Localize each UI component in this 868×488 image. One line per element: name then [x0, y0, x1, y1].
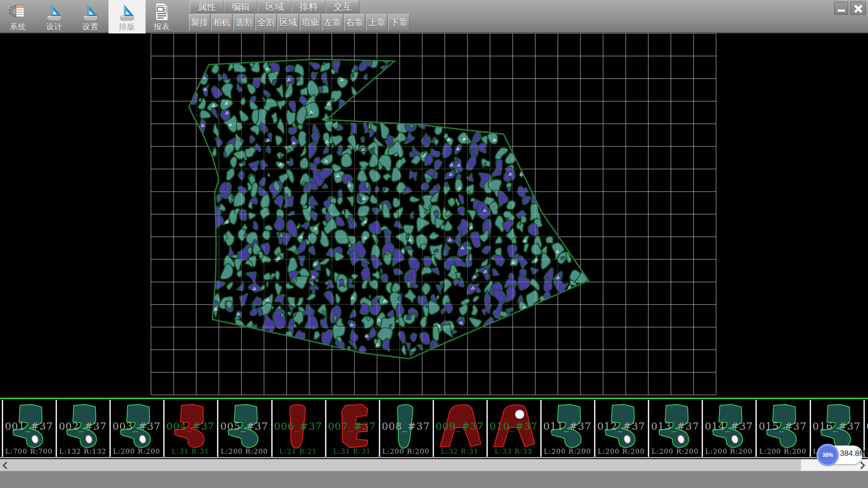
- ribbon-button-4[interactable]: 排版: [108, 0, 146, 33]
- piece-id-label: 008_#37: [380, 421, 432, 432]
- piece-thumbnail[interactable]: 004_#37L:31 R:31: [163, 400, 216, 457]
- app-window: 系统设计设置排版报表 属性编辑区域排料交互 聚排相机选割全割区域瑕疵左靠右靠上靠…: [0, 0, 868, 488]
- piece-lr-label: L:31 R:31: [165, 447, 216, 455]
- piece-id-label: 007_#37: [326, 421, 378, 432]
- piece-thumbnail[interactable]: 012_#37L:200 R:200: [594, 400, 647, 457]
- status-bar: [0, 471, 868, 488]
- piece-lr-label: L:200 R:200: [703, 447, 755, 455]
- piece-thumbnail[interactable]: 015_#37L:200 R:200: [755, 400, 808, 457]
- piece-thumbnail[interactable]: 003_#37L:200 R:200: [109, 400, 162, 457]
- ribbon-button-label: 排版: [119, 22, 135, 32]
- piece-id-label: 012_#37: [595, 421, 647, 432]
- piece-thumbnail-strip: 001_#37L:700 R:700002_#37L:132 R:132003_…: [0, 398, 868, 458]
- piece-id-label: 004_#37: [165, 421, 216, 432]
- menu-item-2[interactable]: 编辑: [224, 0, 258, 13]
- piece-thumbnail[interactable]: 007_#37L:31 R:31: [325, 400, 378, 457]
- tool-item-8[interactable]: 右靠: [344, 14, 365, 31]
- piece-lr-label: L:700 R:700: [3, 447, 55, 455]
- piece-thumbnail[interactable]: 006_#37L:21 R:21: [271, 400, 324, 457]
- piece-id-label: 013_#37: [649, 421, 701, 432]
- memory-percent: 38%: [822, 452, 833, 458]
- piece-lr-label: L:200 R:200: [542, 447, 593, 455]
- piece-id-label: 017_#37: [865, 421, 868, 432]
- set-square-icon: [117, 1, 137, 22]
- piece-thumbnail[interactable]: 002_#37L:132 R:132: [56, 400, 108, 457]
- piece-thumbnail[interactable]: 005_#37L:200 R:200: [217, 400, 270, 457]
- tool-item-5[interactable]: 区域: [278, 14, 299, 31]
- piece-id-label: 003_#37: [111, 421, 162, 432]
- ribbon-button-2[interactable]: 设计: [38, 0, 71, 33]
- piece-id-label: 009_#37: [434, 421, 486, 432]
- piece-lr-label: L:33 R:33: [488, 447, 539, 455]
- tool-item-4[interactable]: 全割: [255, 14, 277, 31]
- piece-lr-label: L:21 R:21: [273, 447, 324, 455]
- piece-id-label: 015_#37: [757, 421, 808, 432]
- memory-usage-badge: 38% 384.8M: [818, 445, 863, 465]
- tool-item-7[interactable]: 左靠: [322, 14, 343, 31]
- ribbon-button-3[interactable]: 设置: [74, 0, 107, 33]
- piece-id-label: 005_#37: [218, 421, 270, 432]
- memory-percent-gauge: 38%: [816, 444, 839, 466]
- tool-item-6[interactable]: 瑕疵: [300, 14, 321, 31]
- tool-item-3[interactable]: 选割: [233, 14, 255, 31]
- ribbon-button-label: 设置: [82, 22, 99, 32]
- piece-lr-label: L:132 R:132: [57, 447, 108, 455]
- ribbon-button-1[interactable]: 系统: [1, 0, 35, 33]
- ribbon-button-label: 报表: [154, 22, 170, 32]
- piece-lr-label: L:31 R:31: [326, 447, 378, 455]
- piece-thumbnail[interactable]: 011_#37L:200 R:200: [540, 400, 593, 457]
- minimize-button[interactable]: [834, 2, 848, 15]
- piece-lr-label: L:200 R:200: [595, 447, 647, 455]
- piece-lr-label: L:200 R:200: [111, 447, 162, 455]
- menu-item-5[interactable]: 交互: [326, 0, 359, 13]
- ribbon-button-5[interactable]: 报表: [146, 0, 178, 33]
- close-button[interactable]: [850, 2, 866, 15]
- piece-thumbnail[interactable]: 013_#37L:200 R:200: [648, 400, 701, 457]
- menu-row-main: 属性编辑区域排料交互: [190, 0, 359, 13]
- canvas-svg: [0, 33, 868, 398]
- piece-thumbnail[interactable]: 010_#37L:33 R:33: [486, 400, 539, 457]
- piece-id-label: 001_#37: [3, 421, 55, 432]
- ribbon-button-label: 设计: [46, 22, 62, 32]
- set-square-icon: [80, 1, 100, 22]
- menu-row-tools: 聚排相机选割全割区域瑕疵左靠右靠上靠下靠: [189, 14, 410, 31]
- nesting-canvas[interactable]: [0, 33, 868, 398]
- scrollbar-thumb[interactable]: [0, 459, 801, 471]
- piece-id-label: 010_#37: [488, 421, 539, 432]
- piece-lr-label: L:200 R:200: [757, 447, 808, 455]
- tool-item-10[interactable]: 下靠: [388, 14, 410, 31]
- minimize-icon: [838, 9, 845, 12]
- piece-thumbnail[interactable]: 017_#37L:200 R:200: [863, 400, 868, 457]
- ribbon-button-label: 系统: [10, 22, 26, 32]
- piece-id-label: 006_#37: [273, 421, 324, 432]
- piece-lr-label: L:200 R:200: [649, 447, 701, 455]
- set-square-icon: [44, 1, 64, 22]
- piece-thumbnail[interactable]: 001_#37L:700 R:700: [2, 400, 55, 457]
- piece-thumbnail[interactable]: 014_#37L:200 R:200: [702, 400, 755, 457]
- piece-id-label: 011_#37: [542, 421, 593, 432]
- report-icon: [152, 1, 172, 22]
- piece-thumbnail[interactable]: 008_#37L:200 R:200: [379, 400, 432, 457]
- gear-document-icon: [8, 1, 28, 22]
- menu-item-4[interactable]: 排料: [292, 0, 326, 13]
- tool-item-1[interactable]: 聚排: [189, 14, 210, 31]
- piece-id-label: 002_#37: [57, 421, 108, 432]
- piece-lr-label: L:200 R:200: [218, 447, 270, 455]
- menu-item-1[interactable]: 属性: [190, 0, 224, 13]
- tool-item-9[interactable]: 上靠: [366, 14, 387, 31]
- piece-thumbnail[interactable]: 009_#37L:32 R:31: [433, 400, 486, 457]
- toolbar: 系统设计设置排版报表 属性编辑区域排料交互 聚排相机选割全割区域瑕疵左靠右靠上靠…: [0, 0, 868, 33]
- menu-item-3[interactable]: 区域: [258, 0, 292, 13]
- piece-lr-label: L:200 R:200: [380, 447, 432, 455]
- memory-size-label: 384.8M: [840, 449, 866, 458]
- piece-id-label: 016_#37: [811, 421, 863, 432]
- piece-id-label: 014_#37: [703, 421, 755, 432]
- piece-lr-label: L:32 R:31: [434, 447, 486, 455]
- tool-item-2[interactable]: 相机: [211, 14, 232, 31]
- horizontal-scrollbar[interactable]: [0, 459, 868, 471]
